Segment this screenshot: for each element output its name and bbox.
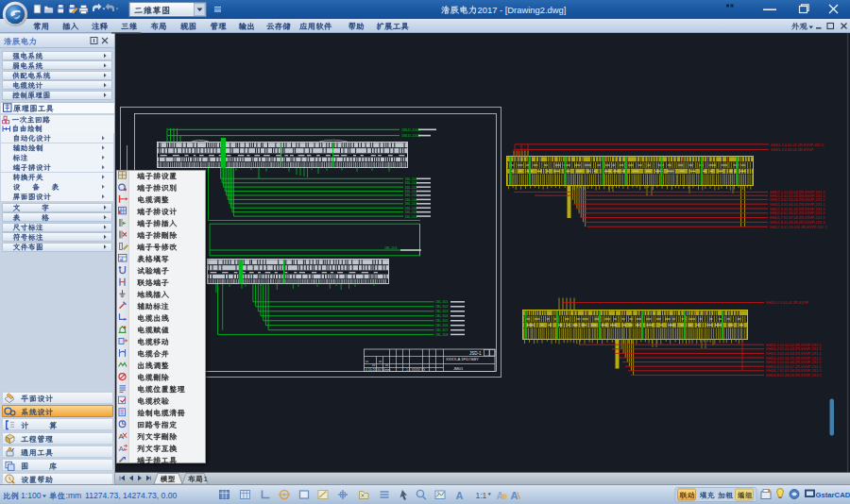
svg-text:KHD4-1 01 01-02 ZR-KVVP-2X1.5: KHD4-1 01 01-02 ZR-KVVP-2X1.5: [766, 344, 821, 347]
svg-text:XXXX-A 1FD#SBY: XXXX-A 1FD#SBY: [446, 357, 479, 361]
svg-text:KHD2-6 01 06-07 ZR-KVVP-2X1.5: KHD2-6 01 06-07 ZR-KVVP-2X1.5: [770, 211, 824, 215]
svg-text:1BLD-2001: 1BLD-2001: [401, 127, 421, 132]
svg-text:0 10 20 30 50mm: 0 10 20 30 50mm: [366, 368, 391, 372]
svg-text:1BL-109: 1BL-109: [405, 210, 418, 214]
svg-text:KHD2-3 01 03-04 ZR-KVVP-2X1.5: KHD2-3 01 03-04 ZR-KVVP-2X1.5: [770, 198, 824, 202]
svg-text:1BL-102: 1BL-102: [405, 181, 418, 185]
svg-text:KHD4-7 01 07-08 ZR-KVVP-2X1.5: KHD4-7 01 07-08 ZR-KVVP-2X1.5: [766, 369, 821, 373]
svg-text:1BL-201: 1BL-201: [384, 246, 398, 250]
svg-text:1BL-103: 1BL-103: [405, 186, 418, 190]
svg-text:xx: xx: [379, 360, 382, 363]
svg-text:KHD1-1 0 01-02 ZR-KVVP-4X1.5: KHD1-1 0 01-02 ZR-KVVP-4X1.5: [771, 143, 824, 147]
svg-text:1BL-305: 1BL-305: [435, 319, 449, 323]
svg-text:KHD2-4 01 04-05 ZR-KVVP-2X1.5: KHD2-4 01 04-05 ZR-KVVP-2X1.5: [770, 203, 824, 207]
svg-text:1BLD-2002: 1BLD-2002: [401, 133, 421, 138]
svg-text:KHD2-7 01 07-08 ZR-KVVP-2X1.5: KHD2-7 01 07-08 ZR-KVVP-2X1.5: [770, 216, 824, 220]
svg-text:KHD4-5 01 05-06 ZR-KVVP-2X1.5: KHD4-5 01 05-06 ZR-KVVP-2X1.5: [766, 361, 821, 364]
svg-text:KHD4-2 01 02-03 ZR-KVVP-2X1.5: KHD4-2 01 02-03 ZR-KVVP-2X1.5: [766, 347, 821, 351]
svg-text:KHD1-2 0 03-04 ZR-KVVP: KHD1-2 0 03-04 ZR-KVVP: [771, 148, 813, 152]
svg-text:1BL-107: 1BL-107: [405, 202, 418, 206]
svg-text:1BL-108: 1BL-108: [405, 207, 418, 210]
svg-text:KHD2-9 01 09-010 ZR-KVVP-2X1.5: KHD2-9 01 09-010 ZR-KVVP-2X1.5: [770, 226, 826, 229]
svg-text:1BL-302: 1BL-302: [435, 305, 449, 309]
svg-text:JM01: JM01: [453, 366, 464, 371]
svg-text:1BL-105: 1BL-105: [405, 193, 418, 197]
svg-text:1BL-110: 1BL-110: [405, 215, 417, 219]
svg-text:1BL-307: 1BL-307: [435, 328, 449, 332]
svg-text:KHD4-3 01 03-04 ZR-KVVP-2X1.5: KHD4-3 01 03-04 ZR-KVVP-2X1.5: [766, 352, 821, 356]
svg-text:JSD-1: JSD-1: [469, 351, 482, 356]
svg-text:KHD3-1 0 01-02 ZR-KVVP: KHD3-1 0 01-02 ZR-KVVP: [766, 301, 808, 305]
svg-text:KHD4-8 01 08-09 ZR-KVVP-2X1.5: KHD4-8 01 08-09 ZR-KVVP-2X1.5: [766, 374, 821, 378]
svg-text:1BL-303: 1BL-303: [435, 310, 449, 313]
svg-text:1BL-304: 1BL-304: [435, 314, 449, 318]
svg-text:xx: xx: [385, 363, 389, 367]
svg-text:1BL-308: 1BL-308: [435, 333, 449, 337]
svg-text:KHD4-4 01 04-05 ZR-KVVP-2X1.5: KHD4-4 01 04-05 ZR-KVVP-2X1.5: [766, 357, 821, 361]
svg-text:1BL-104: 1BL-104: [405, 190, 418, 193]
svg-text:1BL-306: 1BL-306: [435, 324, 449, 328]
svg-text:1BL-106: 1BL-106: [405, 198, 418, 202]
svg-text:1:1 XXXX XX: 1:1 XXXX XX: [406, 368, 426, 372]
svg-text:KHD4-6 01 06-07 ZR-KVVP-2X1.5: KHD4-6 01 06-07 ZR-KVVP-2X1.5: [766, 365, 821, 369]
svg-text:1BL-301: 1BL-301: [435, 300, 449, 304]
svg-text:xx: xx: [366, 360, 369, 363]
svg-text:xx: xx: [372, 363, 376, 367]
svg-text:1BL-101: 1BL-101: [405, 177, 418, 181]
svg-text:KHD2-8 01 08-09 ZR-KVVP-2X1.5: KHD2-8 01 08-09 ZR-KVVP-2X1.5: [770, 221, 824, 225]
svg-text:KHD2-5 01 05-06 ZR-KVVP-2X1.5: KHD2-5 01 05-06 ZR-KVVP-2X1.5: [770, 208, 824, 211]
